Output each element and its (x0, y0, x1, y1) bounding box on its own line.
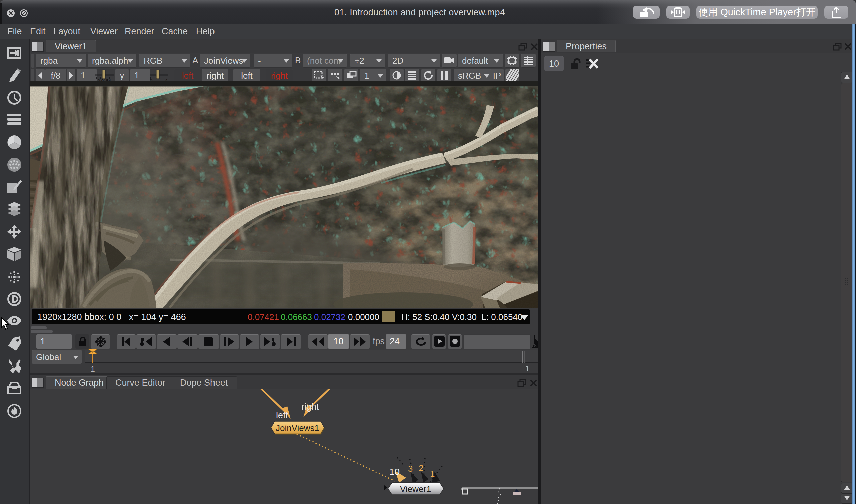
svg-text:JoinViews1: JoinViews1 (276, 423, 319, 433)
svg-text:1: 1 (430, 469, 435, 479)
svg-text:Viewer1: Viewer1 (400, 484, 431, 494)
svg-text:10: 10 (389, 467, 400, 477)
svg-text:right: right (301, 402, 319, 412)
svg-text:3: 3 (408, 464, 413, 474)
svg-text:2: 2 (419, 463, 423, 473)
svg-text:left: left (276, 410, 288, 420)
